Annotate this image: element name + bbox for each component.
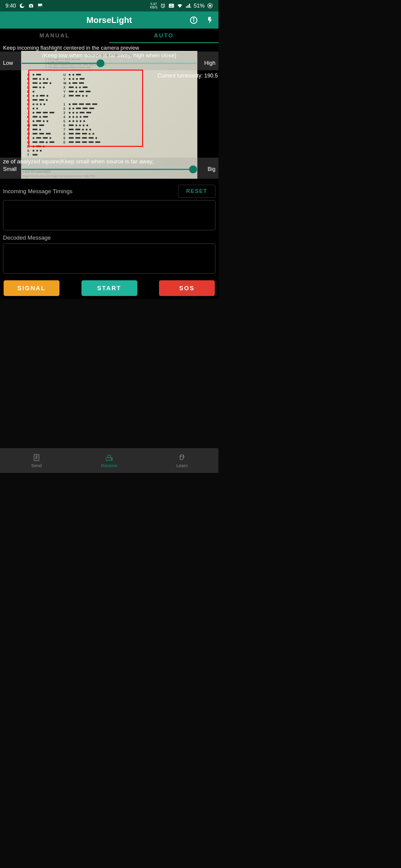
sensitivity-low-label: Low [3, 60, 18, 66]
sensitivity-hint: (Keep low when source is far away, high … [3, 52, 216, 59]
square-hint: ze of analyzed square(Keep small when so… [3, 158, 216, 165]
content-area: Incoming Message Timings RESET Decoded M… [0, 179, 219, 299]
net-speed: 5.07 KB/S [150, 2, 157, 9]
preview-instruction: Keep incoming flashlight centered in the… [3, 45, 139, 51]
square-small-label: Small [3, 166, 18, 173]
signal-button[interactable]: SIGNAL [4, 280, 59, 296]
vowifi-icon: VoWiFi [168, 3, 174, 9]
tab-auto[interactable]: AUTO [109, 29, 219, 43]
svg-text:R: R [191, 6, 191, 8]
nav-learn-label: Learn [176, 463, 188, 468]
status-time: 9:40 [5, 3, 16, 9]
reset-button[interactable]: RESET [178, 185, 216, 198]
tabs: MANUAL AUTO [0, 29, 219, 43]
nav-send-label: Send [31, 463, 41, 468]
svg-point-13 [193, 18, 194, 19]
svg-rect-19 [106, 458, 112, 460]
camera-preview: International Morse Code 1. The length o… [0, 43, 219, 179]
start-button[interactable]: START [82, 280, 137, 296]
sensitivity-overlay: (Keep low when source is far away, high … [0, 52, 219, 70]
battery-pct: 51% [194, 3, 205, 9]
square-size-overlay: ze of analyzed square(Keep small when so… [0, 158, 219, 179]
sensitivity-high-label: High [200, 60, 216, 66]
learn-icon [178, 453, 186, 462]
info-icon[interactable] [190, 16, 198, 24]
nav-send[interactable]: Send [0, 448, 73, 473]
decoded-box[interactable] [3, 244, 216, 274]
sensitivity-slider[interactable] [22, 63, 197, 64]
sos-button[interactable]: SOS [159, 280, 215, 296]
flash-icon[interactable] [206, 16, 214, 24]
decoded-title: Decoded Message [3, 235, 51, 241]
svg-point-10 [209, 5, 211, 7]
svg-point-24 [181, 456, 181, 457]
net-speed-unit: KB/S [150, 6, 157, 9]
svg-point-1 [22, 4, 24, 7]
tab-manual[interactable]: MANUAL [0, 29, 109, 43]
nav-learn[interactable]: Learn [146, 448, 219, 473]
sensitivity-thumb[interactable] [96, 59, 105, 67]
moon-icon [19, 3, 25, 9]
battery-icon [207, 3, 213, 9]
luminosity-readout: Current luminosity: 190.5 [157, 73, 218, 79]
signal-icon: R [185, 3, 191, 9]
receive-icon [105, 453, 113, 462]
send-icon [32, 453, 41, 462]
camera-icon [28, 3, 34, 9]
svg-rect-20 [108, 455, 110, 457]
nav-receive[interactable]: Receive [73, 448, 145, 473]
square-thumb[interactable] [189, 165, 197, 173]
svg-point-2 [30, 5, 32, 7]
bottom-nav: Send Receive Learn [0, 448, 219, 473]
square-big-label: Big [200, 166, 216, 173]
image-icon [37, 3, 43, 9]
analysis-square [28, 70, 143, 147]
timings-box[interactable] [3, 200, 216, 230]
app-bar: MorseLight [0, 11, 219, 29]
app-title: MorseLight [0, 16, 219, 25]
square-slider[interactable] [22, 169, 197, 170]
alarm-icon [160, 3, 166, 9]
timings-title: Incoming Message Timings [3, 188, 73, 195]
svg-point-21 [111, 458, 112, 459]
svg-rect-14 [34, 454, 39, 461]
svg-text:WiFi: WiFi [170, 6, 173, 7]
wifi-icon [177, 3, 183, 9]
status-bar: 9:40 5.07 KB/S VoWiFi R 51% [0, 0, 219, 11]
nav-receive-label: Receive [101, 463, 117, 468]
